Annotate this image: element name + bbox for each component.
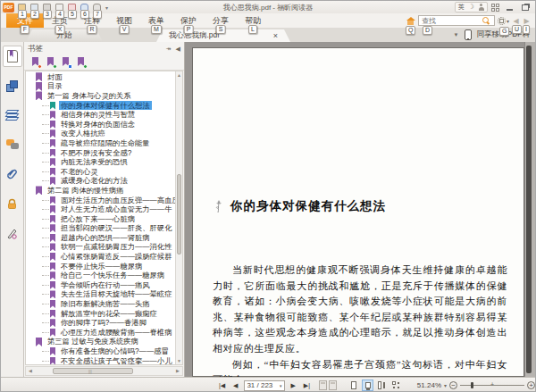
single-page-button[interactable]: [348, 379, 359, 391]
bookmark-label[interactable]: 心理压力造成腰酸背痛——脊椎病: [59, 328, 173, 338]
quick-access-button[interactable]: 1: [17, 3, 27, 12]
scroll-right-icon[interactable]: ▶: [173, 367, 182, 375]
bookmark-label[interactable]: 内脏无法承受的恐惧: [59, 157, 130, 167]
bookmark-item[interactable]: 改变人格抗癌: [26, 129, 175, 139]
bookmark-label[interactable]: 目录: [46, 82, 64, 92]
bookmark-label[interactable]: 超越内心的恐惧——肾脏病: [59, 233, 152, 243]
previous-view-button[interactable]: [319, 380, 327, 390]
bookmark-item[interactable]: 给自己一个快乐任务——糖尿病: [26, 271, 175, 280]
scroll-left-icon[interactable]: ◀: [26, 367, 35, 375]
bookmark-label[interactable]: 把心放下来——心脏病: [59, 214, 137, 224]
ribbon-tab[interactable]: 表单 M: [140, 13, 172, 28]
bookmark-label[interactable]: 第一篇 身体与心灵的关系: [46, 91, 133, 101]
scrollbar-thumb[interactable]: [177, 174, 181, 254]
bookmark-item[interactable]: 第二篇 肉体的慢性病痛: [26, 186, 175, 196]
bookmark-item[interactable]: 你有准备生病的心情吗?——感冒: [26, 346, 175, 356]
ribbon-tab[interactable]: 帮助 L: [237, 13, 269, 28]
bookmark-label[interactable]: 解放温室中的花朵——癫痫症: [59, 309, 159, 319]
forward-arrow-icon[interactable]: ▶I: [523, 16, 531, 26]
bookmark-label[interactable]: 不肥不胖没有安全感?: [59, 148, 133, 158]
expand-panel-icon[interactable]: ↠: [166, 46, 172, 53]
bookmark-item[interactable]: 转换对身体的负面信念: [26, 120, 175, 129]
comments-panel-button[interactable]: [3, 134, 22, 155]
bookmark-item[interactable]: 不安全感让孩子气管痉挛——小儿: [26, 356, 175, 364]
bookmark-item[interactable]: 不肥不胖没有安全感?: [26, 148, 175, 158]
bookmark-settings-button[interactable]: [77, 57, 86, 68]
security-panel-button[interactable]: [3, 193, 22, 214]
ribbon-tab[interactable]: 分享 S: [205, 13, 237, 28]
layers-panel-button[interactable]: [3, 104, 22, 126]
search-box[interactable]: D: [418, 15, 495, 26]
bookmark-label[interactable]: 担当郁闷的硬汉——肝炎、肝硬化: [59, 224, 173, 234]
bookmark-item[interactable]: 把心放下来——心脏病: [26, 214, 175, 224]
bookmark-label[interactable]: 心情紧张肠胃造反——躁肠症候群: [59, 252, 173, 262]
bookmark-label[interactable]: 给自己一个快乐任务——糖尿病: [59, 271, 166, 280]
bookmark-label[interactable]: 学会倾听内在行动——痛风: [59, 280, 152, 290]
quick-access-button[interactable]: 2: [29, 3, 39, 12]
scrollbar-thumb[interactable]: [526, 46, 532, 373]
bookmark-label[interactable]: 改变人格抗癌: [59, 129, 107, 139]
bookmark-item[interactable]: 不老的心灵: [26, 167, 175, 177]
bookmark-item[interactable]: 相信身体的灵性与智慧: [26, 110, 175, 120]
zoom-slider-thumb[interactable]: [471, 382, 473, 388]
previous-page-button[interactable]: ◀: [230, 380, 240, 391]
bookmark-item[interactable]: 解放温室中的花朵——癫痫症: [26, 309, 175, 319]
bookmark-item[interactable]: 内脏无法承受的恐惧: [26, 157, 175, 167]
bookmark-label[interactable]: 不要停止快乐——糖尿病: [59, 262, 144, 271]
bookmark-item[interactable]: 心理压力造成腰酸背痛——脊椎病: [26, 328, 175, 338]
page-number-field[interactable]: 31 / 223 ▾: [244, 380, 284, 391]
quick-access-button[interactable]: 7: [92, 3, 102, 12]
night-mode-icon[interactable]: ☽: [468, 3, 474, 12]
bookmark-item[interactable]: 面对生活压力的血压反弹——高血压: [26, 196, 175, 205]
bookmark-item[interactable]: 第三篇 过敏与免疫系统疾病: [26, 338, 175, 347]
quick-access-caret-icon[interactable]: ▾: [105, 4, 108, 11]
bookmarks-vertical-scrollbar[interactable]: ▲ ▼: [175, 71, 182, 364]
bookmarks-horizontal-scrollbar[interactable]: ◀ ||| ▶: [25, 366, 183, 376]
layout-grid-icon[interactable]: [491, 4, 499, 12]
bookmark-label[interactable]: 第三篇 过敏与免疫系统疾病: [46, 338, 140, 347]
document-vertical-scrollbar[interactable]: [524, 42, 535, 377]
back-arrow-icon[interactable]: ◀U: [512, 16, 520, 26]
ribbon-tab[interactable]: 保护 P: [172, 13, 205, 28]
bookmark-label[interactable]: 第二篇 肉体的慢性病痛: [46, 186, 125, 196]
zoom-level-value[interactable]: 51.24%: [415, 381, 441, 389]
bookmark-item[interactable]: 除旧布新解决痛苦——头痛: [26, 299, 175, 309]
bookmark-item[interactable]: 你的身体对保健有什么想法: [26, 101, 175, 111]
minimize-button[interactable]: [503, 3, 515, 12]
first-page-button[interactable]: |◀: [217, 380, 227, 391]
scroll-up-icon[interactable]: ▲: [176, 71, 182, 79]
bookmark-label[interactable]: 疏导被癌症阻隔的生命能量: [59, 138, 152, 148]
document-view[interactable]: 你的身体对保健有什么想法 当新时代思想的健康观不断强调身体天生维持健康的卓越能力…: [185, 42, 535, 377]
search-input[interactable]: [419, 17, 482, 25]
bookmark-item[interactable]: 软弱一点减轻肠胃压力——消化性: [26, 243, 175, 253]
last-page-button[interactable]: ▶|: [302, 380, 312, 391]
bookmark-label[interactable]: 减缓身心老化的方法: [59, 177, 130, 187]
tab-list-caret-icon[interactable]: ▼: [454, 32, 459, 38]
zoom-in-button[interactable]: +: [527, 381, 535, 389]
bookmark-item[interactable]: 不要停止快乐——糖尿病: [26, 262, 175, 271]
quick-access-button[interactable]: 5: [67, 3, 77, 12]
bookmark-item[interactable]: 担当郁闷的硬汉——肝炎、肝硬化: [26, 224, 175, 234]
language-button[interactable]: 英: [458, 3, 465, 12]
bookmark-label[interactable]: 面对生活压力的血压反弹——高血压: [59, 196, 175, 205]
continuous-page-button[interactable]: [362, 379, 373, 391]
bookmarks-panel-button[interactable]: [3, 46, 22, 67]
home-icon[interactable]: Q: [406, 17, 415, 25]
bookmark-item[interactable]: 目录: [26, 82, 175, 92]
collapse-panel-icon[interactable]: ◀: [176, 46, 180, 53]
bookmark-label[interactable]: 不安全感让孩子气管痉挛——小儿: [59, 356, 173, 364]
scrollbar-thumb[interactable]: [53, 368, 133, 374]
quick-access-button[interactable]: 3: [42, 3, 52, 12]
quick-access-button[interactable]: 6: [80, 3, 89, 12]
bookmark-label[interactable]: 失去生活目标天旋地转——晕眩症: [59, 290, 173, 300]
bookmark-label[interactable]: 不老的心灵: [59, 167, 99, 177]
collapse-bookmark-button[interactable]: [46, 57, 55, 68]
bookmark-item[interactable]: 封面: [26, 72, 175, 82]
account-icon[interactable]: [478, 4, 484, 11]
ribbon-tab[interactable]: 视图 V: [108, 13, 140, 28]
continuous-facing-button[interactable]: [390, 379, 402, 391]
bookmark-label[interactable]: 对人生无力造成心血管无力——牛: [59, 204, 173, 214]
attachments-panel-button[interactable]: [3, 163, 22, 185]
bookmark-label[interactable]: 你的身体对保健有什么想法: [59, 101, 152, 111]
next-page-button[interactable]: ▶: [289, 380, 298, 391]
